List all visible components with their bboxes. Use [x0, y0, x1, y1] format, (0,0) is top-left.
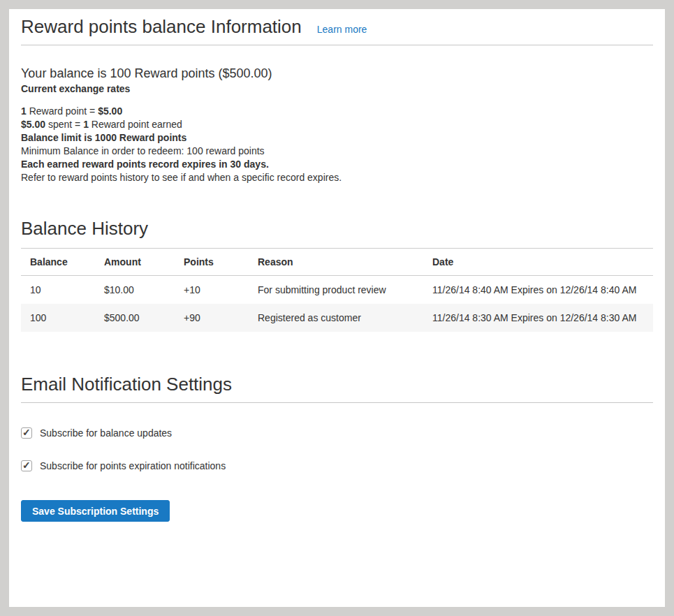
cell-balance: 100	[21, 304, 95, 332]
rate-amount-value: $5.00	[98, 105, 122, 117]
email-settings-heading: Email Notification Settings	[21, 374, 653, 395]
column-header-points: Points	[175, 249, 249, 276]
header-divider	[21, 45, 653, 45]
cell-date: 11/26/14 8:40 AM Expires on 12/26/14 8:4…	[423, 276, 653, 305]
cell-reason: For submitting product review	[249, 276, 423, 305]
balance-summary: Your balance is 100 Reward points ($500.…	[21, 65, 653, 82]
rate-points-value: 1	[21, 105, 27, 117]
spend-text: spent =	[45, 119, 83, 130]
cell-points: +10	[175, 276, 249, 305]
balance-history-heading: Balance History	[21, 218, 653, 240]
table-row: 10 $10.00 +10 For submitting product rev…	[21, 276, 653, 305]
expiration-notifications-label[interactable]: Subscribe for points expiration notifica…	[40, 460, 226, 472]
spend-suffix-text: Reward point earned	[89, 119, 182, 130]
cell-date: 11/26/14 8:30 AM Expires on 12/26/14 8:3…	[423, 304, 653, 332]
cell-points: +90	[175, 304, 249, 332]
rate-earn-text: Reward point =	[27, 105, 98, 117]
balance-updates-label[interactable]: Subscribe for balance updates	[40, 427, 172, 439]
balance-updates-checkbox[interactable]	[21, 427, 32, 439]
exchange-rates-heading: Current exchange rates	[21, 82, 653, 96]
cell-balance: 10	[21, 276, 95, 305]
cell-reason: Registered as customer	[249, 304, 423, 332]
exchange-rate-spend-line: $5.00 spent = 1 Reward point earned	[21, 118, 653, 131]
page-title: Reward points balance Information	[21, 16, 302, 38]
column-header-reason: Reason	[249, 249, 423, 276]
page-header: Reward points balance Information Learn …	[21, 16, 653, 38]
page-background: { "header": { "title": "Reward points ba…	[0, 0, 674, 616]
expiration-heading: Each earned reward points record expires…	[21, 158, 653, 171]
spend-amount-value: $5.00	[21, 119, 45, 130]
column-header-balance: Balance	[21, 249, 95, 276]
expiration-notifications-option: Subscribe for points expiration notifica…	[21, 460, 653, 472]
column-header-amount: Amount	[95, 249, 175, 276]
email-settings-divider	[21, 402, 653, 403]
balance-updates-option: Subscribe for balance updates	[21, 427, 653, 439]
exchange-rate-lines: 1 Reward point = $5.00 $5.00 spent = 1 R…	[21, 105, 653, 131]
exchange-rate-earn-line: 1 Reward point = $5.00	[21, 105, 653, 118]
table-row: 100 $500.00 +90 Registered as customer 1…	[21, 304, 653, 332]
spend-points-value: 1	[83, 119, 89, 130]
cell-amount: $500.00	[95, 304, 175, 332]
table-header-row: Balance Amount Points Reason Date	[21, 249, 653, 276]
reward-points-panel: Reward points balance Information Learn …	[9, 9, 665, 607]
column-header-date: Date	[423, 249, 653, 276]
expiration-notifications-checkbox[interactable]	[21, 460, 32, 471]
cell-amount: $10.00	[95, 276, 175, 305]
expiration-note: Refer to reward points history to see if…	[21, 171, 653, 184]
balance-limit-text: Balance limit is 1000 Reward points	[21, 131, 653, 145]
learn-more-link[interactable]: Learn more	[317, 24, 367, 35]
balance-history-table: Balance Amount Points Reason Date 10 $10…	[21, 248, 653, 332]
save-subscription-button[interactable]: Save Subscription Settings	[21, 500, 170, 522]
minimum-balance-text: Minimum Balance in order to redeem: 100 …	[21, 145, 653, 158]
